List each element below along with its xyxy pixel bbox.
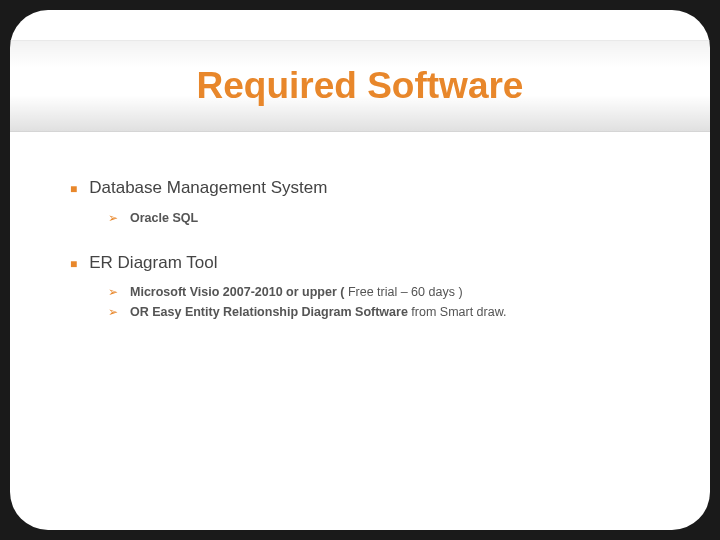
slide: Required Software ■ Database Management … [10,10,710,530]
section-heading-text: ER Diagram Tool [89,253,217,273]
slide-title: Required Software [197,65,524,107]
spacer [70,231,670,253]
arrow-bullet-icon: ➢ [108,305,118,319]
list-item: ➢ Oracle SQL [108,211,670,225]
square-bullet-icon: ■ [70,179,77,201]
arrow-bullet-icon: ➢ [108,285,118,299]
section-heading: ■ Database Management System [70,178,670,201]
list-item-normal: Free trial – 60 days ) [344,285,462,299]
slide-content: ■ Database Management System ➢ Oracle SQ… [70,178,670,325]
list-item-text: OR Easy Entity Relationship Diagram Soft… [130,305,507,319]
title-band: Required Software [10,40,710,132]
list-item: ➢ OR Easy Entity Relationship Diagram So… [108,305,670,319]
list-item: ➢ Microsoft Visio 2007-2010 or upper ( F… [108,285,670,299]
section-heading: ■ ER Diagram Tool [70,253,670,276]
section-heading-text: Database Management System [89,178,327,198]
arrow-bullet-icon: ➢ [108,211,118,225]
list-item-bold: Microsoft Visio 2007-2010 or upper ( [130,285,344,299]
list-item-text: Oracle SQL [130,211,198,225]
list-item-bold: OR Easy Entity Relationship Diagram Soft… [130,305,408,319]
list-item-bold: Oracle SQL [130,211,198,225]
square-bullet-icon: ■ [70,254,77,276]
list-item-normal: from Smart draw. [408,305,507,319]
list-item-text: Microsoft Visio 2007-2010 or upper ( Fre… [130,285,463,299]
